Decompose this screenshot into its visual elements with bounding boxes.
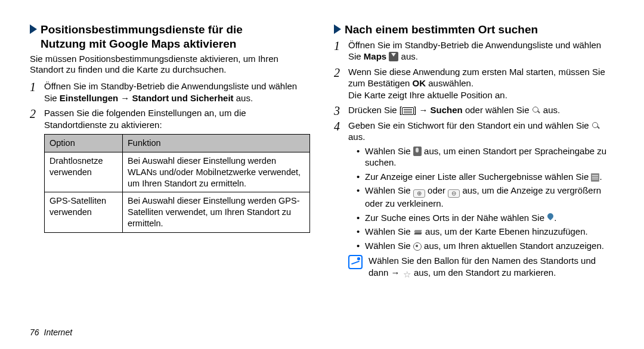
right-heading: Nach einem bestimmten Ort suchen <box>334 23 614 37</box>
left-step-2: Passen Sie die folgenden Einstellungen a… <box>30 107 310 233</box>
right-step-4: Geben Sie ein Stichwort für den Standort… <box>334 120 614 279</box>
maps-icon <box>389 52 398 61</box>
options-table: Option Funktion Drahtlosnetze verwenden … <box>44 134 310 233</box>
pin-icon <box>547 213 554 223</box>
star-icon <box>402 270 411 279</box>
right-step-1: Öffnen Sie im Standby-Betrieb die Anwend… <box>334 39 614 63</box>
left-heading: Positionsbestimmungsdienste für die Nutz… <box>30 23 310 51</box>
bullet-item: Zur Anzeige einer Liste aller Suchergebn… <box>357 171 614 183</box>
bullet-item: Wählen Sie aus, um Ihren aktuellen Stand… <box>357 240 614 252</box>
page-number: 76 <box>30 328 39 337</box>
menu-icon <box>402 107 414 115</box>
bullet-item: Wählen Sie aus, um einen Standort per Sp… <box>357 145 614 169</box>
search-icon <box>592 121 600 130</box>
right-step-2: Wenn Sie diese Anwendung zum ersten Mal … <box>334 66 614 101</box>
table-row: Drahtlosnetze verwenden Bei Auswahl dies… <box>45 152 310 192</box>
note-text: Wählen Sie den Ballon für den Namen des … <box>369 255 614 279</box>
bullet-item: Wählen Sie aus, um der Karte Ebenen hinz… <box>357 226 614 238</box>
right-bullets: Wählen Sie aus, um einen Standort per Sp… <box>348 145 614 252</box>
layers-icon <box>413 228 423 236</box>
note-icon <box>348 255 363 269</box>
list-icon <box>591 173 599 182</box>
target-icon <box>413 242 422 251</box>
right-column: Nach einem bestimmten Ort suchen Öffnen … <box>334 23 614 323</box>
chevron-icon <box>30 24 37 34</box>
bullet-item: Zur Suche eines Orts in der Nähe wählen … <box>357 212 614 224</box>
note-block: Wählen Sie den Ballon für den Namen des … <box>348 255 614 279</box>
table-row: GPS-Satelliten verwenden Bei Auswahl die… <box>45 192 310 233</box>
right-step-3: Drücken Sie [] → Suchen oder wählen Sie … <box>334 104 614 116</box>
chevron-icon <box>334 24 341 34</box>
left-column: Positionsbestimmungsdienste für die Nutz… <box>30 23 310 323</box>
zoom-out-icon <box>448 189 460 198</box>
left-step-1: Öffnen Sie im Standby-Betrieb die Anwend… <box>30 80 310 104</box>
zoom-in-icon <box>413 189 425 198</box>
right-steps: Öffnen Sie im Standby-Betrieb die Anwend… <box>334 39 614 279</box>
left-steps: Öffnen Sie im Standby-Betrieb die Anwend… <box>30 80 310 233</box>
bullet-item: Wählen Sie oder aus, um die Anzeige zu v… <box>357 185 614 210</box>
search-icon <box>532 106 541 115</box>
heading-text-2: Nutzung mit Google Maps aktivieren <box>41 37 310 51</box>
th-option: Option <box>45 135 123 152</box>
mic-icon <box>413 147 422 156</box>
heading-text-1: Positionsbestimmungsdienste für die <box>41 23 243 36</box>
section-name: Internet <box>44 328 72 337</box>
left-intro: Sie müssen Positionsbestimmungsdienste a… <box>30 54 310 76</box>
page-footer: 76 Internet <box>30 328 614 337</box>
th-function: Funktion <box>122 135 309 152</box>
